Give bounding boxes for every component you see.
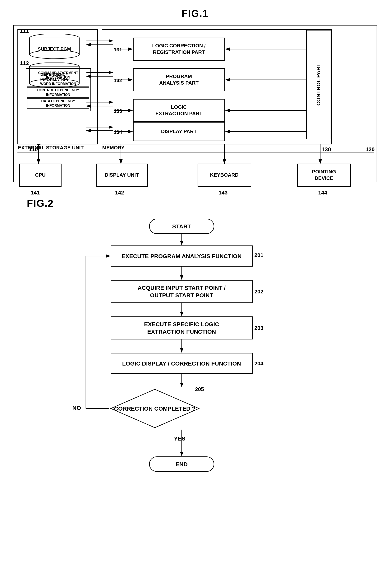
fig1-container: 111 SUBJECT PGM 112 DEPENDENCY INFORMATI… — [13, 25, 377, 182]
keyboard-label: KEYBOARD — [210, 172, 239, 178]
cpu-label: CPU — [35, 172, 46, 178]
start-label: START — [172, 223, 191, 230]
memory-label: MEMORY — [102, 145, 125, 151]
num-203: 203 — [254, 325, 263, 331]
diamond-205-wrap: CORRECTION COMPLETED ? — [109, 387, 201, 429]
num-131: 131 — [114, 47, 122, 53]
control-part-box: CONTROL PART — [306, 30, 331, 139]
yes-label: YES — [174, 435, 186, 442]
num-204: 204 — [254, 361, 263, 367]
bus-num-120: 120 — [366, 146, 375, 153]
block-134-label: DISPLAY PART — [161, 128, 197, 135]
block-131-label: LOGIC CORRECTION /REGISTRATION PART — [152, 43, 206, 56]
num-201: 201 — [254, 252, 263, 258]
display-num: 142 — [115, 190, 124, 196]
block-202-label: ACQUIRE INPUT START POINT /OUTPUT START … — [138, 284, 226, 299]
fig2-section: FIG.2 START EXECUTE PROGRAM ANALYSIS FUN… — [11, 198, 379, 522]
ext-storage-label: EXTERNAL STORAGE UNIT — [18, 145, 84, 151]
end-label: END — [176, 460, 188, 468]
fig2-title: FIG.2 — [27, 198, 379, 209]
end-terminal: END — [149, 456, 214, 472]
dep-item-4: DATA DEPENDENCYINFORMATION — [27, 98, 89, 108]
subject-pgm-cylinder: SUBJECT PGM — [28, 34, 81, 59]
block-132-label: PROGRAMANALYSIS PART — [159, 73, 198, 86]
start-terminal: START — [149, 219, 214, 234]
subject-pgm-label: SUBJECT PGM — [38, 46, 71, 52]
display-unit-label: DISPLAY UNIT — [105, 172, 139, 178]
block-201-label: EXECUTE PROGRAM ANALYSIS FUNCTION — [122, 252, 242, 260]
block-133: LOGICEXTRACTION PART — [133, 99, 225, 122]
block-132: PROGRAMANALYSIS PART — [133, 68, 225, 91]
cpu-num: 141 — [31, 190, 40, 196]
subject-pgm-num: 111 — [20, 28, 29, 34]
block-133-label: LOGICEXTRACTION PART — [155, 104, 202, 117]
pointing-num: 144 — [318, 190, 327, 196]
display-unit-block: DISPLAY UNIT — [96, 163, 148, 187]
block-204-label: LOGIC DISPLAY / CORRECTION FUNCTION — [122, 360, 241, 367]
control-part-label: CONTROL PART — [315, 63, 322, 106]
block-204: LOGIC DISPLAY / CORRECTION FUNCTION — [111, 353, 253, 374]
block-131: LOGIC CORRECTION /REGISTRATION PART — [133, 38, 225, 61]
keyboard-block: KEYBOARD — [197, 163, 251, 187]
fig2-container: START EXECUTE PROGRAM ANALYSIS FUNCTION … — [61, 215, 329, 522]
diamond-205-text: CORRECTION COMPLETED ? — [114, 405, 195, 412]
dep-info-label: DEPENDENCY INFORMATION — [28, 72, 81, 82]
pointing-device-label: POINTINGDEVICE — [312, 168, 336, 182]
num-133: 133 — [114, 108, 122, 114]
num-202: 202 — [254, 289, 263, 295]
ext-storage-box: 111 SUBJECT PGM 112 DEPENDENCY INFORMATI… — [17, 29, 98, 144]
cpu-block: CPU — [19, 163, 61, 187]
num-134: 134 — [114, 129, 122, 135]
num-205: 205 — [195, 386, 204, 392]
block-201: EXECUTE PROGRAM ANALYSIS FUNCTION — [111, 246, 253, 267]
pointing-device-block: POINTINGDEVICE — [297, 163, 351, 187]
bus-num-110: 110 — [29, 146, 38, 153]
block-202: ACQUIRE INPUT START POINT /OUTPUT START … — [111, 280, 253, 303]
block-203: EXECUTE SPECIFIC LOGICEXTRACTION FUNCTIO… — [111, 317, 253, 339]
memory-box: MEMORY CONTROL PART 130 LOGIC CORRECTION… — [102, 29, 332, 144]
block-134: DISPLAY PART — [133, 122, 225, 141]
control-num: 130 — [321, 146, 331, 153]
no-label: NO — [72, 405, 81, 411]
keyboard-num: 143 — [219, 190, 228, 196]
fig1-title: FIG.1 — [11, 8, 379, 19]
block-203-label: EXECUTE SPECIFIC LOGICEXTRACTION FUNCTIO… — [144, 321, 219, 335]
dep-item-3: CONTROL DEPENDENCYINFORMATION — [27, 87, 89, 98]
num-132: 132 — [114, 77, 122, 83]
